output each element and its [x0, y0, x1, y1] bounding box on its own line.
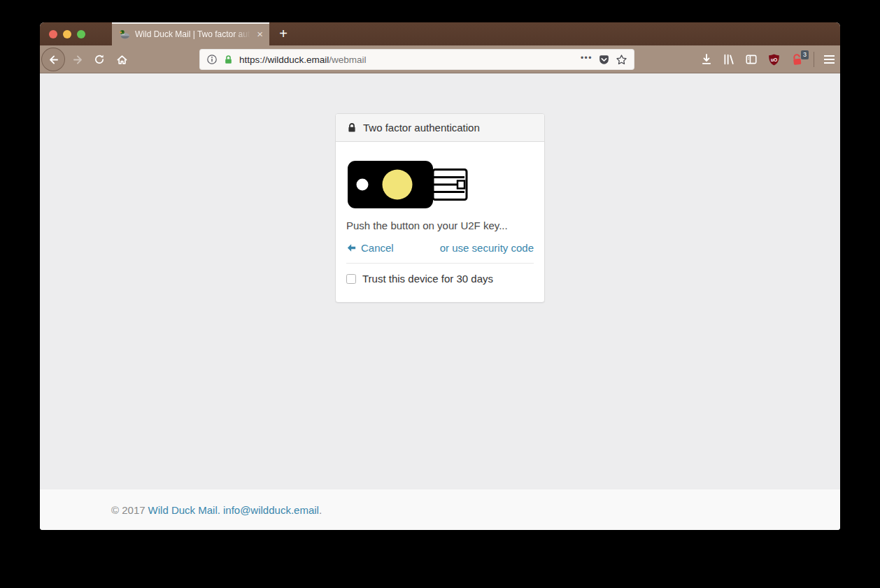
- secure-lock-icon[interactable]: [223, 55, 234, 65]
- browser-window: Wild Duck Mail | Two factor authenticati…: [40, 22, 840, 530]
- menu-button[interactable]: [824, 55, 835, 64]
- tab-wild-duck-mail[interactable]: Wild Duck Mail | Two factor authenticati…: [112, 22, 269, 45]
- extension-badge: 3: [801, 50, 809, 59]
- lock-extension-button[interactable]: 3: [790, 53, 804, 66]
- bookmark-star-icon[interactable]: [616, 54, 627, 66]
- navigation-toolbar: https://wildduck.email/webmail •••: [40, 45, 840, 73]
- minimize-window-button[interactable]: [63, 30, 71, 38]
- left-arrow-icon: [346, 243, 357, 253]
- home-icon: [116, 54, 128, 66]
- webpage-content: Two factor authentication Push the butto…: [40, 73, 840, 489]
- trust-device-label[interactable]: Trust this device for 30 days: [362, 273, 493, 285]
- sidebar-toggle-button[interactable]: [745, 53, 758, 66]
- pocket-icon[interactable]: [598, 54, 610, 66]
- download-icon: [700, 53, 713, 66]
- url-host: https://wildduck.email: [239, 55, 329, 65]
- home-button[interactable]: [112, 45, 132, 73]
- library-button[interactable]: [723, 53, 735, 66]
- page-info-icon[interactable]: [206, 54, 218, 65]
- url-text: https://wildduck.email/webmail: [239, 55, 575, 65]
- toolbar-right-buttons: uO 3: [700, 45, 835, 73]
- tab-bar: Wild Duck Mail | Two factor authenticati…: [40, 22, 840, 45]
- trust-device-checkbox[interactable]: [346, 274, 356, 284]
- page-actions-icon[interactable]: •••: [581, 53, 592, 66]
- cancel-link[interactable]: Cancel: [346, 242, 394, 254]
- instruction-text: Push the button on your U2F key...: [346, 220, 534, 231]
- downloads-button[interactable]: [700, 53, 713, 66]
- new-tab-button[interactable]: +: [274, 22, 293, 45]
- library-icon: [723, 53, 735, 66]
- footer-period: .: [319, 504, 322, 516]
- u2f-key-illustration: [347, 160, 470, 209]
- trust-device-row[interactable]: Trust this device for 30 days: [346, 273, 534, 285]
- reload-icon: [94, 54, 105, 65]
- lock-icon: [346, 122, 357, 134]
- url-bar[interactable]: https://wildduck.email/webmail •••: [199, 49, 634, 70]
- hamburger-icon: [824, 55, 835, 57]
- page-footer: © 2017Wild Duck Mail.info@wildduck.email…: [40, 489, 840, 530]
- security-code-link[interactable]: or use security code: [440, 242, 534, 254]
- sidebar-icon: [745, 53, 758, 66]
- two-factor-card: Two factor authentication Push the butto…: [335, 113, 545, 303]
- email-link[interactable]: info@wildduck.email: [223, 504, 319, 516]
- zoom-window-button[interactable]: [77, 30, 85, 38]
- close-window-button[interactable]: [49, 30, 57, 38]
- back-arrow-icon: [48, 54, 59, 66]
- ublock-origin-glyph: uO: [771, 57, 777, 62]
- card-title: Two factor authentication: [363, 122, 480, 134]
- traffic-lights: [49, 30, 85, 38]
- footer-text: © 2017Wild Duck Mail.info@wildduck.email…: [40, 489, 840, 516]
- duck-favicon-icon: [119, 29, 130, 40]
- forward-arrow-icon: [72, 54, 84, 66]
- toolbar-divider: [814, 52, 814, 67]
- links-row: Cancel or use security code: [346, 242, 534, 254]
- tab-title: Wild Duck Mail | Two factor authenticati…: [135, 29, 250, 39]
- back-button[interactable]: [41, 48, 65, 71]
- reload-button[interactable]: [90, 45, 109, 73]
- forward-button[interactable]: [68, 45, 87, 73]
- cancel-label: Cancel: [361, 242, 394, 254]
- ublock-origin-shield-icon: uO: [767, 53, 781, 66]
- card-body: Push the button on your U2F key... Cance…: [336, 142, 544, 302]
- card-header: Two factor authentication: [336, 114, 544, 142]
- url-path: /webmail: [329, 55, 366, 65]
- copyright-text: © 2017: [111, 504, 146, 516]
- card-divider: [346, 263, 534, 264]
- tab-close-button[interactable]: ×: [255, 29, 264, 39]
- ublock-origin-button[interactable]: uO: [767, 53, 781, 66]
- brand-link[interactable]: Wild Duck Mail.: [148, 504, 220, 516]
